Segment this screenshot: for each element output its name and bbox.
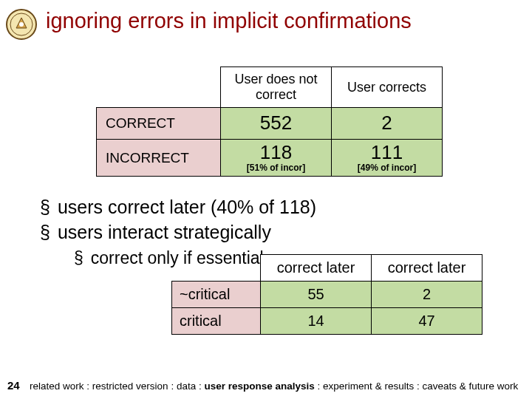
blank-cell [97, 67, 221, 108]
svg-point-2 [19, 22, 24, 27]
critical-table: correct later correct later ~critical 55… [171, 254, 482, 335]
breadcrumb-footer: related work : restricted version : data… [30, 381, 518, 392]
cell: 118[51% of incor] [221, 140, 332, 177]
row-header: critical [172, 308, 261, 335]
cell: 552 [221, 108, 332, 140]
cell: 47 [372, 308, 482, 335]
page-title: ignoring errors in implicit confirmation… [46, 9, 412, 33]
slide: ignoring errors in implicit confirmation… [0, 0, 532, 399]
col-header: User corrects [332, 67, 443, 108]
col-header: correct later [372, 255, 482, 282]
cell: 55 [261, 282, 372, 308]
cell: 14 [261, 308, 372, 335]
row-header: INCORRECT [97, 140, 221, 177]
table-row: INCORRECT 118[51% of incor] 111[49% of i… [97, 140, 443, 177]
table-row: ~critical 55 2 [172, 282, 482, 308]
confirmation-table: User does not correct User corrects CORR… [96, 66, 443, 177]
cell: 2 [332, 108, 443, 140]
table-row: CORRECT 552 2 [97, 108, 443, 140]
bullet: users interact strategically [40, 222, 271, 243]
page-number: 24 [7, 379, 20, 392]
col-header: User does not correct [221, 67, 332, 108]
cell: 111[49% of incor] [332, 140, 443, 177]
cell: 2 [372, 282, 482, 308]
bullet: users correct later (40% of 118) [40, 197, 316, 218]
row-header: ~critical [172, 282, 261, 308]
blank-cell [172, 255, 261, 282]
col-header: correct later [261, 255, 372, 282]
row-header: CORRECT [97, 108, 221, 140]
table-row: critical 14 47 [172, 308, 482, 335]
university-seal-logo [6, 9, 37, 40]
